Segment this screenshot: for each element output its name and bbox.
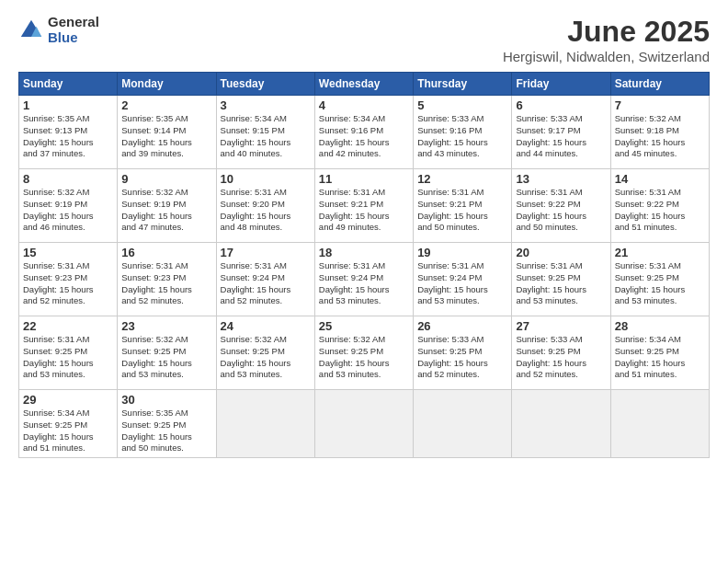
col-wednesday: Wednesday <box>314 73 413 96</box>
day-number: 23 <box>121 319 211 333</box>
col-saturday: Saturday <box>610 73 709 96</box>
day-info: Sunrise: 5:33 AM Sunset: 9:25 PM Dayligh… <box>516 334 606 381</box>
table-row: 7 Sunrise: 5:32 AM Sunset: 9:18 PM Dayli… <box>610 96 709 169</box>
table-row <box>610 390 709 458</box>
table-row: 15 Sunrise: 5:31 AM Sunset: 9:23 PM Dayl… <box>19 243 118 316</box>
day-number: 26 <box>417 319 507 333</box>
day-number: 30 <box>121 393 211 407</box>
day-info: Sunrise: 5:32 AM Sunset: 9:25 PM Dayligh… <box>221 334 311 381</box>
table-row: 3 Sunrise: 5:34 AM Sunset: 9:15 PM Dayli… <box>216 96 314 169</box>
day-info: Sunrise: 5:31 AM Sunset: 9:23 PM Dayligh… <box>121 260 211 307</box>
calendar-week-3: 15 Sunrise: 5:31 AM Sunset: 9:23 PM Dayl… <box>19 243 710 316</box>
day-number: 6 <box>516 98 606 112</box>
day-number: 27 <box>516 319 606 333</box>
day-info: Sunrise: 5:32 AM Sunset: 9:18 PM Dayligh… <box>615 113 705 160</box>
day-number: 22 <box>23 319 113 333</box>
table-row: 11 Sunrise: 5:31 AM Sunset: 9:21 PM Dayl… <box>314 169 413 243</box>
day-number: 13 <box>516 172 606 186</box>
day-info: Sunrise: 5:35 AM Sunset: 9:14 PM Dayligh… <box>121 113 211 160</box>
table-row: 19 Sunrise: 5:31 AM Sunset: 9:24 PM Dayl… <box>414 243 512 316</box>
day-info: Sunrise: 5:35 AM Sunset: 9:13 PM Dayligh… <box>23 113 113 160</box>
table-row: 22 Sunrise: 5:31 AM Sunset: 9:25 PM Dayl… <box>19 316 118 390</box>
table-row: 17 Sunrise: 5:31 AM Sunset: 9:24 PM Dayl… <box>216 243 314 316</box>
day-info: Sunrise: 5:35 AM Sunset: 9:25 PM Dayligh… <box>121 408 211 454</box>
day-info: Sunrise: 5:31 AM Sunset: 9:24 PM Dayligh… <box>417 260 507 307</box>
day-number: 11 <box>319 172 409 186</box>
day-info: Sunrise: 5:31 AM Sunset: 9:24 PM Dayligh… <box>221 260 311 307</box>
day-number: 5 <box>417 98 507 112</box>
table-row: 29 Sunrise: 5:34 AM Sunset: 9:25 PM Dayl… <box>19 390 118 458</box>
col-friday: Friday <box>512 73 610 96</box>
day-number: 29 <box>23 393 113 407</box>
day-info: Sunrise: 5:31 AM Sunset: 9:22 PM Dayligh… <box>516 187 606 234</box>
day-info: Sunrise: 5:33 AM Sunset: 9:17 PM Dayligh… <box>516 113 606 160</box>
day-number: 14 <box>615 172 705 186</box>
day-info: Sunrise: 5:31 AM Sunset: 9:22 PM Dayligh… <box>615 187 705 234</box>
col-sunday: Sunday <box>19 73 118 96</box>
day-number: 18 <box>319 246 409 259</box>
day-number: 4 <box>319 98 409 112</box>
day-number: 3 <box>221 98 311 112</box>
calendar-week-2: 8 Sunrise: 5:32 AM Sunset: 9:19 PM Dayli… <box>19 169 710 243</box>
calendar-week-4: 22 Sunrise: 5:31 AM Sunset: 9:25 PM Dayl… <box>19 316 710 390</box>
day-info: Sunrise: 5:34 AM Sunset: 9:25 PM Dayligh… <box>23 408 113 454</box>
table-row: 14 Sunrise: 5:31 AM Sunset: 9:22 PM Dayl… <box>610 169 709 243</box>
day-number: 19 <box>417 246 507 259</box>
day-number: 9 <box>121 172 211 186</box>
table-row: 18 Sunrise: 5:31 AM Sunset: 9:24 PM Dayl… <box>314 243 413 316</box>
day-info: Sunrise: 5:34 AM Sunset: 9:16 PM Dayligh… <box>319 113 409 160</box>
table-row: 21 Sunrise: 5:31 AM Sunset: 9:25 PM Dayl… <box>610 243 709 316</box>
table-row: 25 Sunrise: 5:32 AM Sunset: 9:25 PM Dayl… <box>314 316 413 390</box>
day-info: Sunrise: 5:32 AM Sunset: 9:25 PM Dayligh… <box>121 334 211 381</box>
day-info: Sunrise: 5:33 AM Sunset: 9:16 PM Dayligh… <box>417 113 507 160</box>
day-info: Sunrise: 5:31 AM Sunset: 9:21 PM Dayligh… <box>417 187 507 234</box>
table-row: 6 Sunrise: 5:33 AM Sunset: 9:17 PM Dayli… <box>512 96 610 169</box>
day-number: 2 <box>121 98 211 112</box>
day-info: Sunrise: 5:34 AM Sunset: 9:15 PM Dayligh… <box>221 113 311 160</box>
day-info: Sunrise: 5:31 AM Sunset: 9:23 PM Dayligh… <box>23 260 113 307</box>
day-info: Sunrise: 5:31 AM Sunset: 9:25 PM Dayligh… <box>516 260 606 307</box>
calendar-header-row: Sunday Monday Tuesday Wednesday Thursday… <box>19 73 710 96</box>
day-number: 8 <box>23 172 113 186</box>
col-thursday: Thursday <box>414 73 512 96</box>
table-row: 4 Sunrise: 5:34 AM Sunset: 9:16 PM Dayli… <box>314 96 413 169</box>
table-row: 9 Sunrise: 5:32 AM Sunset: 9:19 PM Dayli… <box>118 169 216 243</box>
day-number: 15 <box>23 246 113 259</box>
day-info: Sunrise: 5:31 AM Sunset: 9:20 PM Dayligh… <box>221 187 311 234</box>
table-row: 28 Sunrise: 5:34 AM Sunset: 9:25 PM Dayl… <box>610 316 709 390</box>
table-row <box>216 390 314 458</box>
table-row: 1 Sunrise: 5:35 AM Sunset: 9:13 PM Dayli… <box>19 96 118 169</box>
calendar-table: Sunday Monday Tuesday Wednesday Thursday… <box>18 72 710 458</box>
logo-text: General Blue <box>48 15 99 45</box>
page: General Blue June 2025 Hergiswil, Nidwal… <box>0 0 728 563</box>
day-number: 7 <box>615 98 705 112</box>
table-row: 26 Sunrise: 5:33 AM Sunset: 9:25 PM Dayl… <box>414 316 512 390</box>
table-row: 16 Sunrise: 5:31 AM Sunset: 9:23 PM Dayl… <box>118 243 216 316</box>
logo-blue-text: Blue <box>48 30 99 46</box>
day-number: 24 <box>221 319 311 333</box>
day-info: Sunrise: 5:31 AM Sunset: 9:24 PM Dayligh… <box>319 260 409 307</box>
day-number: 28 <box>615 319 705 333</box>
table-row: 24 Sunrise: 5:32 AM Sunset: 9:25 PM Dayl… <box>216 316 314 390</box>
table-row <box>512 390 610 458</box>
day-number: 25 <box>319 319 409 333</box>
table-row: 10 Sunrise: 5:31 AM Sunset: 9:20 PM Dayl… <box>216 169 314 243</box>
table-row: 8 Sunrise: 5:32 AM Sunset: 9:19 PM Dayli… <box>19 169 118 243</box>
table-row: 13 Sunrise: 5:31 AM Sunset: 9:22 PM Dayl… <box>512 169 610 243</box>
day-number: 17 <box>221 246 311 259</box>
table-row: 20 Sunrise: 5:31 AM Sunset: 9:25 PM Dayl… <box>512 243 610 316</box>
day-number: 10 <box>221 172 311 186</box>
day-info: Sunrise: 5:32 AM Sunset: 9:19 PM Dayligh… <box>121 187 211 234</box>
table-row: 27 Sunrise: 5:33 AM Sunset: 9:25 PM Dayl… <box>512 316 610 390</box>
day-number: 21 <box>615 246 705 259</box>
day-info: Sunrise: 5:31 AM Sunset: 9:21 PM Dayligh… <box>319 187 409 234</box>
day-info: Sunrise: 5:31 AM Sunset: 9:25 PM Dayligh… <box>615 260 705 307</box>
col-monday: Monday <box>118 73 216 96</box>
logo-icon <box>18 17 44 43</box>
table-row: 30 Sunrise: 5:35 AM Sunset: 9:25 PM Dayl… <box>118 390 216 458</box>
calendar-subtitle: Hergiswil, Nidwalden, Switzerland <box>503 49 710 64</box>
day-info: Sunrise: 5:34 AM Sunset: 9:25 PM Dayligh… <box>615 334 705 381</box>
table-row <box>314 390 413 458</box>
day-number: 20 <box>516 246 606 259</box>
day-number: 16 <box>121 246 211 259</box>
